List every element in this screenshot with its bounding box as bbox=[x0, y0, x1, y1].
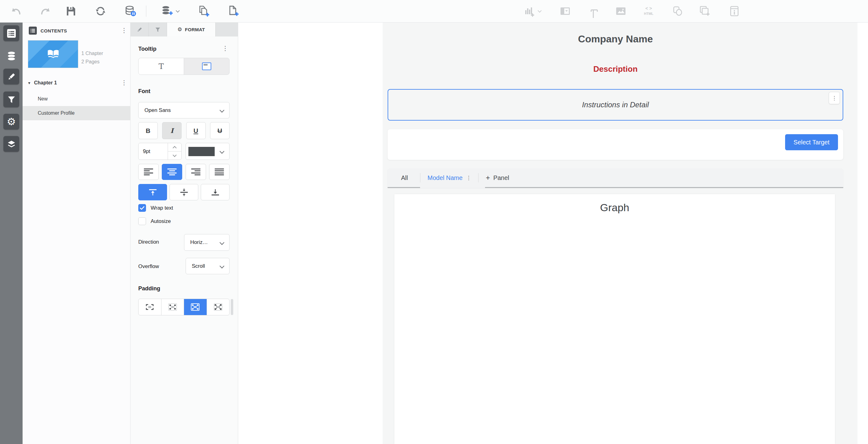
refresh-icon[interactable] bbox=[94, 4, 107, 18]
panel-dropdown-icon[interactable] bbox=[558, 4, 572, 18]
align-justify-icon bbox=[215, 167, 224, 177]
vertical-align-buttons bbox=[138, 184, 229, 200]
font-heading: Font bbox=[138, 88, 150, 95]
instructions-textbox[interactable]: Instructions in Detail ⋮ bbox=[388, 89, 843, 121]
font-size-down-button[interactable] bbox=[168, 152, 181, 160]
format-panel-scrollbar[interactable] bbox=[231, 299, 233, 315]
instructions-menu-button[interactable]: ⋮ bbox=[829, 92, 840, 104]
page-item-new[interactable]: New bbox=[23, 92, 130, 106]
book-icon bbox=[47, 49, 60, 59]
duplicate-page-add-icon[interactable] bbox=[197, 4, 210, 18]
padding-medium-button[interactable] bbox=[184, 299, 207, 315]
bold-button[interactable]: B bbox=[138, 122, 158, 139]
italic-button[interactable]: I bbox=[162, 122, 182, 139]
chapter-menu-button[interactable]: ⋮ bbox=[121, 80, 127, 86]
chevron-down-icon bbox=[220, 264, 224, 269]
padding-none-button[interactable] bbox=[138, 299, 161, 315]
italic-label: I bbox=[170, 127, 174, 134]
tab-format[interactable]: ⚙ FORMAT bbox=[167, 23, 216, 36]
page-item-customer-profile[interactable]: Customer Profile bbox=[23, 106, 130, 120]
text-mode-label: T bbox=[159, 62, 164, 71]
company-name-text[interactable]: Company Name bbox=[388, 33, 843, 45]
sidebar-item-edit[interactable] bbox=[3, 69, 19, 85]
align-left-icon bbox=[144, 167, 153, 177]
instructions-text: Instructions in Detail bbox=[582, 100, 649, 109]
padding-large-button[interactable] bbox=[207, 299, 229, 315]
align-left-button[interactable] bbox=[138, 164, 159, 180]
align-center-button[interactable] bbox=[162, 164, 182, 180]
valign-bottom-button[interactable] bbox=[201, 184, 229, 200]
graph-panel[interactable]: Graph bbox=[394, 194, 835, 444]
datasource-add-chevron-icon[interactable] bbox=[176, 9, 180, 13]
font-color-select[interactable] bbox=[186, 143, 229, 160]
text-tool-icon[interactable] bbox=[588, 7, 602, 21]
contents-menu-button[interactable]: ⋮ bbox=[121, 27, 127, 33]
description-text[interactable]: Description bbox=[388, 64, 843, 74]
shapes-icon[interactable] bbox=[671, 4, 685, 18]
format-panel: ⚙ FORMAT Tooltip ⋮ T Font Open Sans B I … bbox=[130, 23, 238, 444]
undo-icon[interactable] bbox=[10, 4, 24, 18]
pencil-icon bbox=[136, 27, 143, 33]
chart-add-icon[interactable] bbox=[523, 4, 536, 18]
tab-all[interactable]: All bbox=[396, 175, 413, 182]
chevron-down-icon bbox=[220, 240, 224, 245]
direction-select[interactable]: Horiz… bbox=[184, 234, 229, 251]
format-panel-tabs: ⚙ FORMAT bbox=[130, 23, 238, 36]
report-thumbnail[interactable] bbox=[28, 40, 78, 68]
padding-buttons bbox=[138, 299, 229, 315]
align-justify-button[interactable] bbox=[209, 164, 229, 180]
overflow-select[interactable]: Scroll bbox=[186, 258, 229, 274]
page-add-icon[interactable] bbox=[226, 4, 240, 18]
sidebar-item-settings[interactable]: ⚙ bbox=[3, 114, 19, 130]
datasource-pause-icon[interactable] bbox=[124, 4, 137, 18]
align-right-button[interactable] bbox=[186, 164, 206, 180]
chapter-collapse-caret-icon[interactable]: ▾ bbox=[28, 81, 30, 85]
sidebar-item-data-sources[interactable] bbox=[3, 48, 19, 64]
valign-top-button[interactable] bbox=[138, 184, 167, 200]
image-icon[interactable] bbox=[614, 4, 628, 18]
toolbar-divider bbox=[146, 6, 146, 17]
tooltip-text-mode-button[interactable]: T bbox=[138, 58, 184, 74]
wrap-text-label: Wrap text bbox=[151, 205, 173, 211]
select-target-card: Select Target bbox=[388, 129, 843, 160]
save-icon[interactable] bbox=[64, 4, 78, 18]
duplicate-panel-add-icon[interactable] bbox=[698, 4, 711, 18]
tab-underline bbox=[485, 187, 843, 188]
sidebar-item-contents[interactable] bbox=[3, 25, 19, 41]
valign-bottom-icon bbox=[211, 189, 220, 196]
font-family-select[interactable]: Open Sans bbox=[138, 102, 229, 119]
font-size-up-button[interactable] bbox=[168, 143, 181, 152]
add-panel-tab[interactable]: + Panel bbox=[486, 175, 509, 182]
tab-filter[interactable] bbox=[149, 23, 167, 36]
redo-icon[interactable] bbox=[38, 4, 51, 18]
report-page-canvas[interactable]: Company Name Description Instructions in… bbox=[383, 23, 858, 444]
strikethrough-button[interactable]: U bbox=[210, 122, 229, 139]
tooltip-panel-mode-button[interactable] bbox=[184, 58, 229, 74]
valign-middle-button[interactable] bbox=[169, 184, 198, 200]
chapter-row[interactable]: ▾ Chapter 1 ⋮ bbox=[23, 77, 130, 89]
contents-panel-title: CONTENTS bbox=[40, 28, 67, 33]
chart-add-chevron-icon[interactable] bbox=[538, 9, 541, 13]
svg-text:HTML: HTML bbox=[644, 12, 654, 15]
select-target-button[interactable]: Select Target bbox=[785, 134, 838, 150]
underline-button[interactable]: U bbox=[186, 122, 206, 139]
html-icon[interactable]: < >HTML bbox=[642, 4, 655, 18]
padding-small-button[interactable] bbox=[161, 299, 184, 315]
sidebar-item-filter[interactable] bbox=[3, 92, 19, 107]
autosize-checkbox[interactable] bbox=[138, 217, 146, 225]
tab-edit[interactable] bbox=[130, 23, 149, 36]
report-summary: 1 Chapter 2 Pages bbox=[81, 49, 103, 66]
font-size-value[interactable]: 9pt bbox=[138, 143, 168, 160]
page-item-label: Customer Profile bbox=[38, 110, 74, 116]
sidebar-item-layers[interactable] bbox=[3, 136, 19, 152]
align-right-icon bbox=[191, 167, 200, 177]
page-item-label: New bbox=[38, 96, 48, 102]
datasource-add-icon[interactable] bbox=[160, 4, 174, 18]
wrap-text-checkbox[interactable] bbox=[138, 204, 146, 212]
info-panel-icon[interactable] bbox=[727, 4, 741, 18]
tab-model-menu-button[interactable]: ⋮ bbox=[466, 175, 471, 181]
tab-model-name[interactable]: Model Name bbox=[428, 175, 462, 182]
chevron-down-icon bbox=[220, 149, 224, 154]
gear-icon: ⚙ bbox=[177, 27, 182, 32]
tooltip-menu-button[interactable]: ⋮ bbox=[222, 45, 228, 51]
